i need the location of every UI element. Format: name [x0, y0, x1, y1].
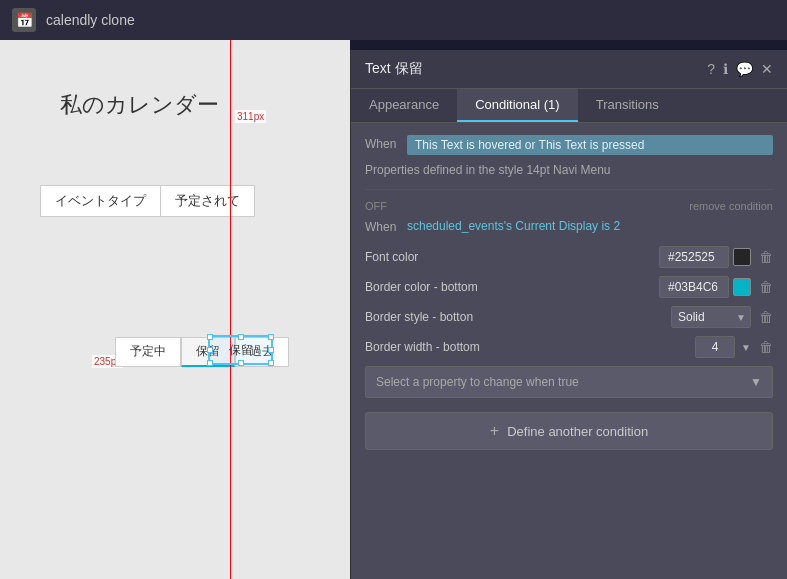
border-width-delete-icon[interactable]: 🗑 — [759, 339, 773, 355]
canvas-col2: 予定されて — [161, 186, 254, 216]
add-condition-label: Define another condition — [507, 424, 648, 439]
off-row: OFF remove condition — [365, 200, 773, 212]
add-condition-button[interactable]: + Define another condition — [365, 412, 773, 450]
condition-value[interactable]: scheduled_events's Current Display is 2 — [407, 219, 620, 233]
border-style-value-container: Solid Dashed Dotted ▼ 🗑 — [671, 306, 773, 328]
when-label-2: When — [365, 218, 401, 234]
property-row-border-width: Border width - bottom 4 ▼ 🗑 — [365, 336, 773, 358]
panel-tabs: Appearance Conditional (1) Transitions — [351, 89, 787, 123]
border-color-delete-icon[interactable]: 🗑 — [759, 279, 773, 295]
panel-body: When This Text is hovered or This Text i… — [351, 123, 787, 579]
plus-icon: + — [490, 422, 499, 440]
selected-element: 保留 — [208, 335, 273, 365]
panel-icons: ? ℹ 💬 ✕ — [707, 61, 773, 77]
remove-condition-link[interactable]: remove condition — [689, 200, 773, 212]
canvas-col1: イベントタイプ — [41, 186, 161, 216]
canvas-tab-0[interactable]: 予定中 — [115, 337, 181, 367]
app-title: calendly clone — [46, 12, 135, 28]
guide-vertical — [230, 40, 231, 579]
border-color-value[interactable]: #03B4C6 — [659, 276, 729, 298]
when-row: When This Text is hovered or This Text i… — [365, 135, 773, 155]
divider-1 — [365, 189, 773, 190]
when-value: This Text is hovered or This Text is pre… — [407, 135, 773, 155]
border-width-value[interactable]: 4 — [695, 336, 735, 358]
info-icon[interactable]: ℹ — [723, 61, 728, 77]
panel-title: Text 保留 — [365, 60, 423, 78]
font-color-value[interactable]: #252525 — [659, 246, 729, 268]
selected-element-text: 保留 — [229, 342, 253, 359]
tab-conditional[interactable]: Conditional (1) — [457, 89, 578, 122]
tab-transitions[interactable]: Transitions — [578, 89, 677, 122]
panel-header: Text 保留 ? ℹ 💬 ✕ — [351, 50, 787, 89]
property-row-border-style: Border style - botton Solid Dashed Dotte… — [365, 306, 773, 328]
property-row-border-color: Border color - bottom #03B4C6 🗑 — [365, 276, 773, 298]
select-property-label: Select a property to change when true — [376, 375, 579, 389]
canvas-area: 311px 235px 私のカレンダー イベントタイプ 予定されて 予定中 保留… — [0, 40, 350, 579]
comment-icon[interactable]: 💬 — [736, 61, 753, 77]
help-icon[interactable]: ? — [707, 61, 715, 77]
handle-br[interactable] — [268, 360, 274, 366]
property-row-font-color: Font color #252525 🗑 — [365, 246, 773, 268]
handle-tc[interactable] — [238, 334, 244, 340]
property-name-border-width: Border width - bottom — [365, 340, 689, 354]
when-label: When — [365, 135, 401, 151]
select-property-chevron-icon: ▼ — [750, 375, 762, 389]
canvas-title: 私のカレンダー — [60, 90, 219, 120]
handle-tl[interactable] — [207, 334, 213, 340]
property-name-border-style: Border style - botton — [365, 310, 665, 324]
top-bar: 📅 calendly clone — [0, 0, 787, 40]
handle-ml[interactable] — [207, 347, 213, 353]
handle-tr[interactable] — [268, 334, 274, 340]
app-icon: 📅 — [12, 8, 36, 32]
border-style-select[interactable]: Solid Dashed Dotted — [671, 306, 751, 328]
panel: Text 保留 ? ℹ 💬 ✕ Appearance Conditional (… — [350, 50, 787, 579]
border-color-value-container: #03B4C6 🗑 — [659, 276, 773, 298]
handle-mr[interactable] — [268, 347, 274, 353]
border-width-chevron-icon: ▼ — [741, 342, 751, 353]
when-condition-row: When scheduled_events's Current Display … — [365, 218, 773, 234]
border-color-swatch[interactable] — [733, 278, 751, 296]
off-label: OFF — [365, 200, 387, 212]
close-icon[interactable]: ✕ — [761, 61, 773, 77]
property-name-font-color: Font color — [365, 250, 653, 264]
font-color-swatch[interactable] — [733, 248, 751, 266]
tab-appearance[interactable]: Appearance — [351, 89, 457, 122]
select-property-dropdown[interactable]: Select a property to change when true ▼ — [365, 366, 773, 398]
property-name-border-color: Border color - bottom — [365, 280, 653, 294]
border-width-value-container: 4 ▼ 🗑 — [695, 336, 773, 358]
properties-note: Properties defined in the style 14pt Nav… — [365, 163, 773, 177]
border-style-delete-icon[interactable]: 🗑 — [759, 309, 773, 325]
font-color-value-container: #252525 🗑 — [659, 246, 773, 268]
font-color-delete-icon[interactable]: 🗑 — [759, 249, 773, 265]
dimension-top: 311px — [235, 110, 266, 123]
handle-bl[interactable] — [207, 360, 213, 366]
handle-bc[interactable] — [238, 360, 244, 366]
